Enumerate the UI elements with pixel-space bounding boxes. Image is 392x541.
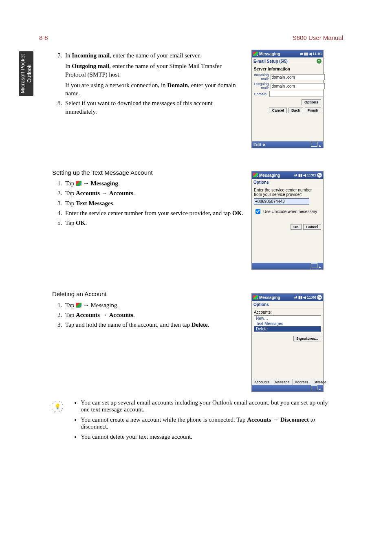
start-icon bbox=[76, 181, 81, 186]
arrow-up-icon[interactable]: ▲ bbox=[318, 144, 322, 147]
step-8: Select if you want to download the messa… bbox=[64, 99, 244, 116]
subtitle-row: E-mail Setup (5/5) ? bbox=[252, 57, 323, 65]
windows-icon bbox=[253, 52, 258, 56]
unicode-label: Use Unicode when necessary bbox=[263, 209, 317, 214]
back-button[interactable]: Back bbox=[288, 108, 303, 113]
subtitle-text: E-mail Setup (5/5) bbox=[253, 59, 288, 64]
tab-accounts[interactable]: Accounts bbox=[252, 379, 272, 385]
ok-button[interactable]: ok bbox=[317, 295, 322, 300]
ok-button[interactable]: OK bbox=[291, 224, 302, 230]
del-step-3: Tap and hold the name of the account, an… bbox=[64, 321, 244, 329]
edit-menu[interactable]: Edit ✕ bbox=[253, 143, 266, 147]
bottom-bar: Edit ✕ ▲ bbox=[252, 141, 323, 148]
tab-address[interactable]: Address bbox=[293, 379, 311, 385]
service-center-input[interactable] bbox=[254, 198, 309, 205]
clock: 11:01 bbox=[313, 52, 322, 56]
app-title: Messaging bbox=[259, 295, 280, 300]
note-3: You cannot delete your text message acco… bbox=[81, 433, 337, 440]
signal-icon: ▮▮ bbox=[298, 295, 302, 299]
signal-icon: ▮▮ bbox=[298, 173, 302, 177]
subtitle-text: Options bbox=[253, 302, 269, 307]
start-icon bbox=[76, 303, 81, 308]
subtitle-text: Options bbox=[253, 180, 269, 185]
app-title: Messaging bbox=[259, 52, 280, 56]
heading-deleting-account: Deleting an Account bbox=[52, 290, 244, 298]
ts-step-5: Tap OK. bbox=[64, 219, 244, 227]
list-item-text-messages[interactable]: Text Messages bbox=[254, 321, 321, 326]
finish-button[interactable]: Finish bbox=[305, 108, 322, 113]
del-step-1: Tap → Messaging. bbox=[64, 301, 244, 309]
clock: 11:01 bbox=[307, 173, 316, 177]
help-icon[interactable]: ? bbox=[317, 59, 322, 64]
ok-button[interactable]: ok bbox=[317, 173, 322, 178]
options-button[interactable]: Options bbox=[302, 99, 321, 105]
subtitle-row: Options bbox=[252, 301, 323, 308]
outgoing-input[interactable] bbox=[271, 83, 325, 89]
screenshot-email-setup: Messaging ⇄▮▮◀11:01 E-mail Setup (5/5) ?… bbox=[251, 50, 324, 148]
text-setup-steps: Tap → Messaging. Tap Accounts → Accounts… bbox=[52, 179, 244, 227]
domain-label: Domain: bbox=[254, 92, 268, 96]
windows-icon bbox=[253, 295, 258, 299]
cancel-button[interactable]: Cancel bbox=[269, 108, 287, 113]
sync-icon: ⇄ bbox=[294, 173, 297, 177]
sync-icon: ⇄ bbox=[300, 52, 303, 56]
speaker-icon: ◀ bbox=[309, 52, 312, 56]
heading-text-message-setup: Setting up the Text Message Account bbox=[52, 169, 244, 177]
del-step-2: Tap Accounts → Accounts. bbox=[64, 311, 244, 319]
chapter-tab: Microsoft Pocket Outlook bbox=[19, 51, 33, 96]
signatures-button[interactable]: Signatures... bbox=[293, 336, 321, 341]
sync-icon: ⇄ bbox=[294, 295, 297, 299]
ts-step-4: Enter the service center number from you… bbox=[64, 209, 244, 217]
manual-title: S600 User Manual bbox=[293, 34, 343, 41]
list-item-new[interactable]: New… bbox=[254, 316, 321, 321]
unicode-checkbox[interactable] bbox=[255, 209, 260, 214]
note-1: You can set up several email accounts in… bbox=[81, 399, 337, 413]
accounts-list[interactable]: New… Text Messages Delete bbox=[254, 315, 321, 333]
keyboard-icon[interactable] bbox=[311, 385, 317, 390]
instruction-text: Enter the service center number from you… bbox=[254, 188, 321, 197]
titlebar: Messaging ⇄▮▮◀11:06ok bbox=[252, 294, 323, 301]
ts-step-3: Tap Text Messages. bbox=[64, 199, 244, 207]
note-2: You cannot create a new account while th… bbox=[81, 416, 337, 430]
tip-icon: 💡 bbox=[52, 401, 63, 412]
titlebar: Messaging ⇄▮▮◀11:01ok bbox=[252, 172, 323, 179]
screenshot-options-sms: Messaging ⇄▮▮◀11:01ok Options Enter the … bbox=[251, 171, 324, 270]
speaker-icon: ◀ bbox=[303, 173, 306, 177]
app-title: Messaging bbox=[259, 173, 280, 178]
subtitle-row: Options bbox=[252, 179, 323, 186]
delete-steps: Tap → Messaging. Tap Accounts → Accounts… bbox=[52, 301, 244, 329]
steps-continued: In Incoming mail, enter the name of your… bbox=[52, 51, 244, 116]
bottom-bar: ▲ bbox=[252, 385, 323, 391]
context-menu-delete[interactable]: Delete bbox=[254, 326, 321, 332]
incoming-input[interactable] bbox=[271, 74, 325, 80]
signal-icon: ▮▮ bbox=[304, 52, 308, 56]
speaker-icon: ◀ bbox=[303, 295, 306, 299]
step-7: In Incoming mail, enter the name of your… bbox=[64, 51, 244, 97]
keyboard-icon[interactable] bbox=[311, 263, 317, 268]
keyboard-icon[interactable] bbox=[311, 142, 317, 147]
cancel-button[interactable]: Cancel bbox=[303, 224, 321, 230]
titlebar: Messaging ⇄▮▮◀11:01 bbox=[252, 50, 323, 57]
tab-storage[interactable]: Storage bbox=[311, 379, 330, 385]
notes-block: 💡 You can set up several email accounts … bbox=[52, 399, 337, 444]
bottom-bar: ▲ bbox=[252, 263, 323, 269]
incoming-label: Incoming mail: bbox=[254, 73, 269, 81]
clock: 11:06 bbox=[307, 295, 316, 299]
ts-step-1: Tap → Messaging. bbox=[64, 179, 244, 187]
accounts-label: Accounts: bbox=[254, 310, 321, 314]
tab-message[interactable]: Message bbox=[272, 379, 293, 385]
chapter-tab-label: Microsoft Pocket Outlook bbox=[20, 51, 32, 96]
arrow-up-icon[interactable]: ▲ bbox=[318, 387, 322, 391]
windows-icon bbox=[253, 173, 258, 177]
page-number: 8-8 bbox=[39, 34, 48, 41]
arrow-up-icon[interactable]: ▲ bbox=[318, 265, 322, 269]
ts-step-2: Tap Accounts → Accounts. bbox=[64, 189, 244, 197]
outgoing-label: Outgoing mail: bbox=[254, 82, 269, 90]
domain-input[interactable] bbox=[269, 91, 324, 97]
screenshot-accounts-delete: Messaging ⇄▮▮◀11:06ok Options Accounts: … bbox=[251, 293, 324, 392]
server-info-heading: Server information bbox=[254, 67, 321, 71]
